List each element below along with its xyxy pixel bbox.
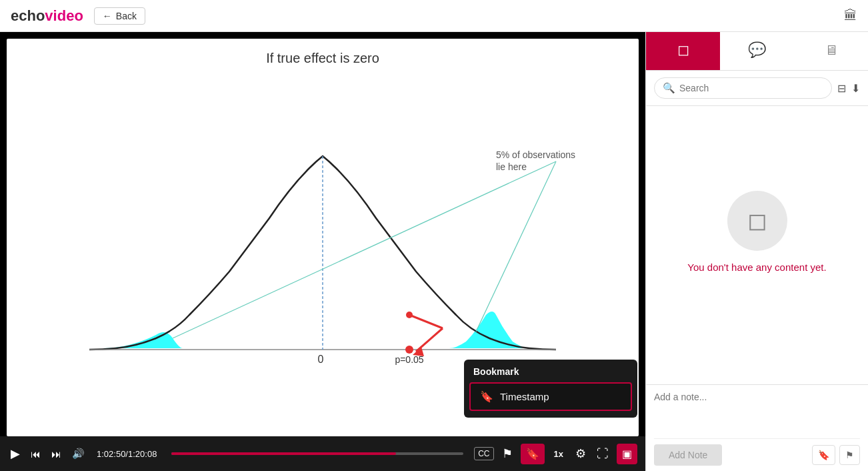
panel-tabs: ◻ 💬 🖥	[646, 32, 868, 71]
captions-button[interactable]: CC	[474, 447, 493, 460]
right-panel: ◻ 💬 🖥 🔍 ⊟ ⬇ ◻ You don	[645, 32, 868, 471]
tab-slides[interactable]: 🖥	[794, 32, 868, 70]
svg-text:p=0.05: p=0.05	[395, 354, 423, 365]
forward-button[interactable]: ⏭	[49, 446, 64, 462]
note-flag-button[interactable]: ⚑	[839, 445, 860, 465]
rewind-button[interactable]: ⏮	[28, 446, 43, 462]
svg-text:5% of observations: 5% of observations	[496, 149, 575, 160]
svg-text:lie here: lie here	[496, 161, 527, 172]
panel-icon: ▣	[622, 448, 632, 460]
search-input[interactable]	[679, 83, 823, 93]
search-icon: 🔍	[663, 82, 675, 94]
progress-bar[interactable]	[171, 452, 463, 455]
bookmarks-tab-icon: ◻	[677, 41, 689, 59]
header-left: echovideo ← Back	[11, 7, 145, 25]
video-panel: If true effect is zero	[0, 32, 645, 471]
captions-icon: CC	[478, 449, 489, 458]
svg-point-4	[405, 346, 413, 354]
header-right: 🏛	[844, 8, 857, 23]
main-area: If true effect is zero	[0, 32, 868, 471]
note-actions: Add Note 🔖 ⚑	[654, 438, 860, 466]
tab-comments[interactable]: 💬	[720, 32, 794, 70]
panel-toggle-button[interactable]: ▣	[617, 444, 637, 464]
bookmark-icon: 🔖	[526, 448, 539, 460]
bookmark-popup: Bookmark 🔖 Timestamp	[464, 360, 637, 418]
svg-line-5	[173, 161, 556, 338]
download-icon[interactable]: ⬇	[851, 82, 860, 95]
chart-svg: 0 p=0.05 5% of observations lie here	[49, 101, 596, 388]
filter-icon[interactable]: ⊟	[837, 82, 846, 95]
speed-control[interactable]: 1x	[550, 446, 567, 462]
progress-fill	[171, 452, 396, 455]
empty-state-text: You don't have any content yet.	[687, 262, 826, 273]
empty-state-icon: ◻	[727, 191, 787, 251]
bookmark-timestamp-item[interactable]: 🔖 Timestamp	[469, 382, 632, 411]
header: echovideo ← Back 🏛	[0, 0, 868, 32]
slides-tab-icon: 🖥	[825, 43, 838, 58]
fullscreen-button[interactable]: ⛶	[594, 444, 611, 464]
empty-state: ◻ You don't have any content yet.	[646, 106, 868, 384]
video-controls: ▶ ⏮ ⏭ 🔊 1:02:50/1:20:08 CC ⚑ 🔖	[0, 436, 645, 471]
logo: echovideo	[11, 7, 83, 25]
search-bar-row: 🔍 ⊟ ⬇	[646, 71, 868, 106]
note-bookmark-icon: 🔖	[818, 450, 829, 460]
tab-bookmarks[interactable]: ◻	[646, 32, 720, 70]
video-content: If true effect is zero	[0, 32, 645, 436]
comments-tab-icon: 💬	[748, 41, 766, 59]
svg-line-6	[476, 161, 556, 332]
fullscreen-icon: ⛶	[597, 447, 609, 461]
bookmark-button[interactable]: 🔖	[521, 444, 545, 464]
note-bookmark-button[interactable]: 🔖	[812, 445, 835, 465]
institution-icon[interactable]: 🏛	[844, 8, 857, 23]
back-label: Back	[116, 11, 137, 21]
play-button[interactable]: ▶	[8, 444, 23, 464]
panel-content-scroll: ◻ You don't have any content yet.	[646, 106, 868, 384]
flag-button[interactable]: ⚑	[499, 444, 515, 464]
svg-text:0: 0	[318, 354, 324, 365]
slide-title: If true effect is zero	[7, 39, 639, 66]
timestamp-icon: 🔖	[480, 390, 493, 403]
settings-icon: ⚙	[575, 446, 586, 461]
bookmark-empty-icon: ◻	[747, 207, 767, 235]
note-flag-icon: ⚑	[845, 450, 854, 460]
back-arrow-icon: ←	[103, 11, 112, 21]
volume-button[interactable]: 🔊	[69, 445, 87, 462]
volume-icon: 🔊	[72, 448, 85, 460]
forward-icon: ⏭	[51, 448, 61, 460]
timestamp-label: Timestamp	[500, 391, 549, 402]
logo-video: video	[45, 7, 83, 25]
back-button[interactable]: ← Back	[94, 7, 145, 25]
svg-line-11	[409, 315, 443, 328]
rewind-icon: ⏮	[31, 448, 41, 460]
logo-echo: echo	[11, 7, 45, 25]
bookmark-popup-header: Bookmark	[464, 360, 637, 382]
note-action-icons: 🔖 ⚑	[812, 445, 860, 465]
svg-point-12	[406, 312, 413, 318]
settings-button[interactable]: ⚙	[573, 444, 589, 464]
search-input-wrap: 🔍	[654, 77, 832, 99]
play-icon: ▶	[11, 446, 20, 461]
add-note-button[interactable]: Add Note	[654, 444, 722, 466]
note-input[interactable]	[654, 392, 860, 432]
note-area: Add Note 🔖 ⚑	[646, 384, 868, 471]
time-display: 1:02:50/1:20:08	[97, 449, 157, 459]
svg-line-9	[416, 328, 443, 352]
flag-icon: ⚑	[502, 446, 513, 461]
